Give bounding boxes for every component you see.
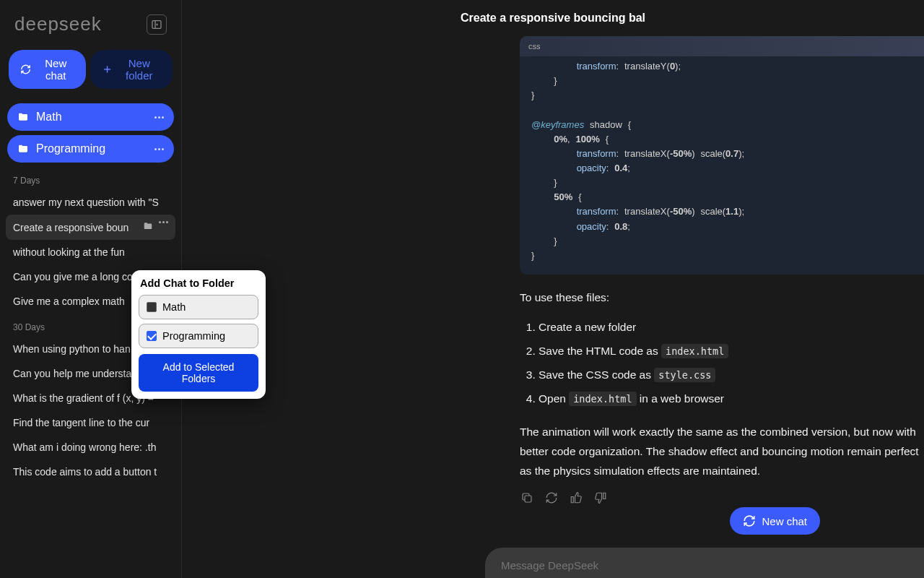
chat-item[interactable]: without looking at the fun: [0, 240, 181, 264]
list-item: Save the HTML code as index.html: [539, 341, 924, 361]
add-to-folders-submit[interactable]: Add to Selected Folders: [139, 354, 258, 392]
brand-logo: deepseek: [14, 13, 102, 35]
chat-item[interactable]: Find the tangent line to the cur: [0, 410, 181, 435]
message-input[interactable]: [501, 559, 908, 571]
copy-icon: [520, 491, 533, 504]
move-to-folder-button[interactable]: [143, 221, 153, 233]
new-chat-button[interactable]: New chat: [9, 50, 86, 89]
inline-code: index.html: [569, 392, 636, 406]
response-paragraph: The animation will work exactly the same…: [520, 422, 924, 480]
folder-list: Math Programming: [0, 103, 181, 167]
folder-label: Programming: [36, 142, 105, 155]
collapse-sidebar-button[interactable]: [147, 14, 167, 35]
folder-math[interactable]: Math: [7, 103, 174, 131]
add-to-folder-popup: Add Chat to Folder Math Programming Add …: [131, 270, 266, 399]
chat-body: css transform: translateY(0); } } @keyfr…: [182, 36, 924, 578]
list-item: Create a new folder: [539, 317, 924, 337]
assistant-response: To use these files: Create a new folder …: [520, 288, 924, 505]
svg-rect-1: [525, 496, 531, 502]
conversation-title: Create a responsive bouncing bal: [182, 0, 924, 36]
thumbs-up-icon: [570, 491, 583, 504]
thumbs-up-button[interactable]: [569, 491, 583, 505]
chat-menu-button[interactable]: [159, 221, 168, 233]
chat-item-active[interactable]: Create a responsive boun: [6, 215, 175, 240]
response-intro: To use these files:: [520, 288, 924, 307]
sidebar-actions: New chat New folder: [0, 50, 181, 103]
list-item: Open index.html in a web browser: [539, 389, 924, 408]
history-section-7days: 7 Days: [0, 167, 181, 190]
folder-icon: [17, 143, 29, 155]
thumbs-down-icon: [594, 491, 607, 504]
chat-item[interactable]: answer my next question with "S: [0, 190, 181, 215]
folder-menu-button[interactable]: [154, 148, 164, 150]
folder-option-label: Programming: [162, 330, 225, 342]
refresh-icon: [545, 491, 558, 504]
folder-menu-button[interactable]: [154, 116, 164, 118]
composer: [485, 548, 924, 578]
regenerate-button[interactable]: [544, 491, 559, 505]
inline-code: index.html: [661, 344, 728, 358]
thumbs-down-button[interactable]: [593, 491, 608, 505]
folder-label: Math: [36, 111, 62, 124]
new-chat-pill[interactable]: New chat: [730, 507, 820, 535]
code-language-label: css: [520, 36, 924, 56]
inline-code: style.css: [654, 368, 715, 382]
popup-title: Add Chat to Folder: [139, 277, 258, 289]
refresh-icon: [20, 63, 31, 76]
checkbox-checked[interactable]: [147, 331, 157, 341]
chat-item[interactable]: This code aims to add a button t: [0, 460, 181, 484]
collapse-icon: [151, 19, 162, 30]
folder-icon: [17, 111, 29, 123]
steps-list: Create a new folder Save the HTML code a…: [520, 317, 924, 409]
message-actions: [520, 491, 924, 505]
new-folder-label: New folder: [118, 57, 161, 82]
checkbox-unchecked[interactable]: [147, 302, 157, 312]
code-block: css transform: translateY(0); } } @keyfr…: [520, 36, 924, 275]
refresh-icon: [743, 514, 756, 527]
chat-item[interactable]: What am i doing wrong here: .th: [0, 435, 181, 460]
main-panel: Create a responsive bouncing bal css tra…: [182, 0, 924, 578]
folder-option-programming[interactable]: Programming: [139, 324, 258, 348]
copy-button[interactable]: [520, 491, 534, 505]
new-chat-pill-label: New chat: [762, 515, 807, 527]
folder-option-label: Math: [162, 301, 186, 313]
new-folder-button[interactable]: New folder: [90, 50, 173, 89]
list-item: Save the CSS code as style.css: [539, 365, 924, 384]
sidebar-header: deepseek: [0, 0, 181, 50]
plus-icon: [102, 63, 113, 76]
folder-programming[interactable]: Programming: [7, 135, 174, 163]
new-chat-label: New chat: [37, 57, 74, 82]
code-content: transform: translateY(0); } } @keyframes…: [520, 56, 924, 275]
folder-icon: [143, 221, 153, 231]
folder-option-math[interactable]: Math: [139, 295, 258, 319]
